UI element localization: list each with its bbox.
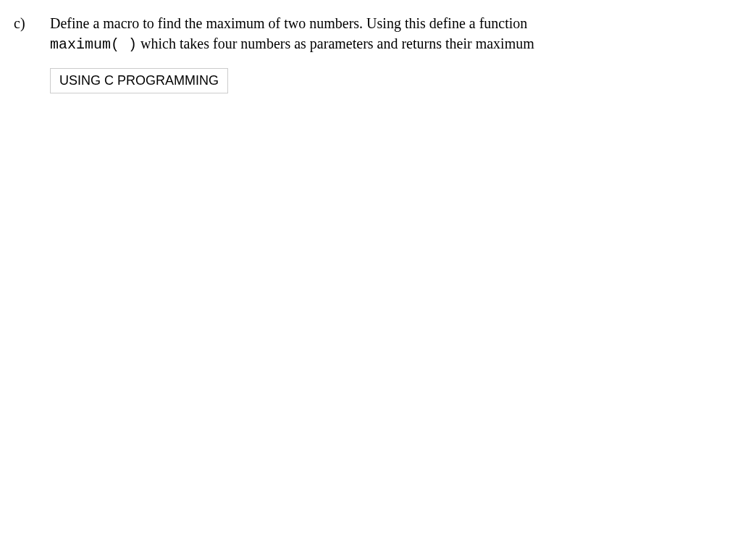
question-container: c) Define a macro to find the maximum of… — [14, 13, 735, 93]
language-note: USING C PROGRAMMING — [50, 68, 228, 93]
question-line1: Define a macro to find the maximum of tw… — [50, 15, 527, 31]
question-content: Define a macro to find the maximum of tw… — [50, 13, 735, 93]
question-text: Define a macro to find the maximum of tw… — [50, 13, 706, 55]
question-line2-rest: which takes four numbers as parameters a… — [137, 35, 534, 51]
function-name: maximum( ) — [50, 36, 137, 53]
question-label: c) — [14, 13, 50, 33]
